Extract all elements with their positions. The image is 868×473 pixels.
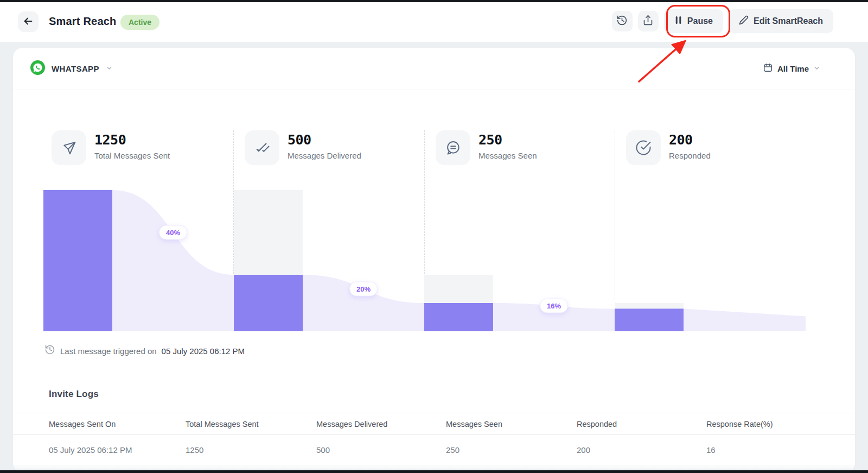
window-edge-bottom	[0, 470, 868, 473]
chevron-down-icon	[813, 64, 820, 74]
invite-logs-title: Invite Logs	[49, 389, 99, 400]
funnel-bar-messages-seen	[424, 303, 493, 331]
card-header: WHATSAPP All Time	[13, 48, 855, 90]
calendar-icon	[763, 62, 773, 75]
conversion-badge: 16%	[540, 299, 568, 313]
conversion-badge: 20%	[349, 282, 378, 297]
funnel-area	[112, 190, 234, 331]
column-header: Response Rate(%)	[706, 420, 855, 428]
screen: Smart Reach Active Pause	[0, 0, 868, 473]
last-triggered-datetime: 05 July 2025 06:12 PM	[162, 346, 245, 356]
stat-label: Total Messages Sent	[94, 151, 170, 160]
channel-label: WHATSAPP	[52, 64, 99, 73]
stat-responded: 200 Responded	[626, 130, 711, 165]
history-button[interactable]	[612, 11, 633, 31]
column-header: Messages Delivered	[316, 420, 446, 428]
double-check-icon	[245, 130, 279, 165]
status-badge: Active	[120, 15, 159, 30]
funnel-bar-responded	[615, 308, 684, 331]
chevron-down-icon	[106, 64, 113, 74]
funnel-chart: 40%20%16%	[43, 190, 806, 331]
funnel-track	[615, 303, 684, 308]
pause-button[interactable]: Pause	[664, 9, 723, 33]
header-actions: Pause Edit SmartReach	[612, 9, 833, 33]
history-icon	[616, 15, 628, 28]
column-header: Total Messages Sent	[186, 420, 316, 428]
stat-label: Messages Delivered	[288, 151, 361, 160]
conversion-badge: 40%	[159, 225, 187, 240]
check-circle-icon	[626, 130, 661, 165]
stat-label: Responded	[669, 151, 711, 160]
funnel-area	[684, 308, 806, 331]
last-triggered-prefix: Last message triggered on	[60, 346, 157, 356]
stat-value: 250	[478, 132, 537, 148]
upload-icon	[642, 15, 654, 28]
stat-messages-seen: 250 Messages Seen	[436, 130, 537, 165]
column-header: Messages Sent On	[49, 420, 186, 428]
funnel-bar-total-messages-sent	[43, 190, 112, 331]
stat-messages-delivered: 500 Messages Delivered	[245, 130, 361, 165]
invite-logs-table: Messages Sent On Total Messages Sent Mes…	[13, 413, 855, 465]
back-button[interactable]	[18, 11, 39, 32]
campaign-card: WHATSAPP All Time	[13, 48, 855, 473]
arrow-left-icon	[22, 15, 34, 29]
time-range-label: All Time	[777, 64, 809, 73]
chat-bubble-icon	[436, 130, 470, 165]
export-button[interactable]	[638, 11, 659, 31]
time-range-filter[interactable]: All Time	[763, 62, 820, 75]
pause-label: Pause	[687, 16, 713, 26]
stat-value: 200	[669, 132, 711, 148]
funnel-track	[234, 190, 303, 275]
cell-response-rate: 16	[706, 445, 855, 455]
channel-selector[interactable]: WHATSAPP	[30, 60, 113, 77]
clock-history-icon	[44, 344, 55, 357]
send-icon	[52, 130, 86, 165]
stat-total-messages-sent: 1250 Total Messages Sent	[52, 130, 170, 165]
column-header: Messages Seen	[446, 420, 577, 428]
cell-messages-sent-on: 05 July 2025 06:12 PM	[49, 445, 186, 455]
stat-value: 500	[288, 132, 361, 148]
cell-total-messages-sent: 1250	[186, 445, 316, 455]
pencil-icon	[739, 15, 749, 27]
cell-responded: 200	[577, 445, 706, 455]
last-triggered: Last message triggered on 05 July 2025 0…	[44, 344, 245, 357]
pause-icon	[674, 16, 682, 27]
table-header-row: Messages Sent On Total Messages Sent Mes…	[13, 413, 855, 435]
edit-smartreach-button[interactable]: Edit SmartReach	[729, 9, 833, 33]
column-header: Responded	[577, 420, 706, 428]
stat-label: Messages Seen	[478, 151, 537, 160]
funnel-bar-messages-delivered	[234, 275, 303, 331]
cell-messages-delivered: 500	[316, 445, 446, 455]
edit-label: Edit SmartReach	[754, 16, 823, 26]
page-title: Smart Reach	[49, 15, 116, 28]
stat-value: 1250	[94, 132, 170, 148]
funnel-svg	[43, 190, 806, 331]
cell-messages-seen: 250	[446, 445, 577, 455]
funnel-track	[424, 275, 493, 303]
app-header: Smart Reach Active Pause	[0, 2, 868, 42]
table-row: 05 July 2025 06:12 PM 1250 500 250 200 1…	[13, 435, 855, 465]
window-edge-top	[0, 0, 868, 2]
whatsapp-icon	[30, 60, 45, 77]
